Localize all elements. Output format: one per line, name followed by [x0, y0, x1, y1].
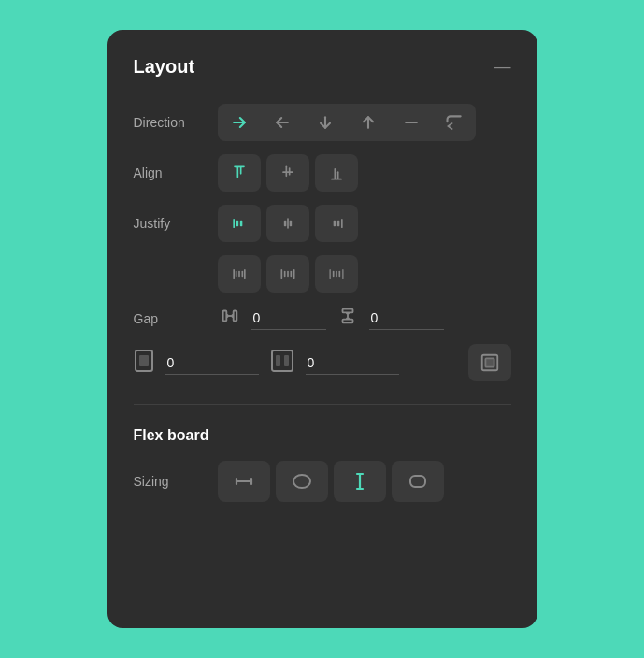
svg-rect-23	[233, 269, 235, 279]
svg-rect-27	[241, 271, 243, 278]
layout-panel: Layout — Direction	[107, 30, 537, 628]
gap-horizontal-input[interactable]	[251, 307, 326, 330]
svg-rect-11	[334, 168, 336, 179]
svg-rect-34	[342, 269, 343, 279]
svg-rect-25	[244, 269, 246, 279]
direction-left-btn[interactable]	[261, 104, 304, 141]
direction-button-group	[218, 104, 476, 141]
svg-rect-17	[287, 218, 289, 229]
horizontal-gap-icon	[220, 306, 240, 331]
sizing-fill-btn[interactable]	[334, 461, 386, 502]
align-top-btn[interactable]	[218, 154, 261, 192]
svg-rect-50	[272, 350, 293, 371]
vertical-gap-icon	[337, 306, 358, 331]
svg-rect-15	[236, 221, 238, 227]
justify-space-between-btn[interactable]	[218, 255, 261, 293]
svg-rect-49	[139, 355, 149, 366]
svg-rect-16	[239, 221, 242, 227]
justify-label: Justify	[134, 216, 208, 231]
svg-rect-62	[410, 476, 425, 487]
justify-button-group-1	[218, 205, 358, 242]
justify-end-btn[interactable]	[315, 205, 358, 242]
direction-label: Direction	[134, 115, 208, 130]
justify-space-around-btn[interactable]	[266, 255, 309, 293]
justify-start-btn[interactable]	[218, 205, 261, 242]
direction-row: Direction	[134, 104, 511, 141]
svg-rect-32	[290, 271, 292, 278]
svg-rect-38	[222, 311, 226, 322]
sizing-hug-btn[interactable]	[276, 461, 328, 502]
sizing-button-group	[218, 461, 444, 502]
align-row: Align	[134, 154, 511, 192]
svg-rect-12	[336, 171, 338, 179]
svg-rect-20	[341, 219, 343, 228]
panel-header: Layout —	[134, 56, 511, 78]
svg-rect-18	[283, 221, 286, 227]
padding-row	[134, 344, 511, 381]
svg-rect-29	[293, 269, 294, 279]
direction-right-btn[interactable]	[218, 104, 261, 141]
gap-vertical-input[interactable]	[369, 307, 444, 330]
sizing-row: Sizing	[134, 461, 511, 502]
minimize-icon[interactable]: —	[494, 57, 511, 77]
svg-rect-24	[238, 271, 240, 278]
svg-rect-14	[233, 219, 235, 228]
svg-rect-44	[342, 320, 352, 323]
svg-rect-37	[338, 271, 340, 278]
svg-rect-13	[331, 179, 342, 180]
svg-rect-22	[333, 221, 336, 227]
section-divider	[134, 404, 511, 405]
svg-point-58	[293, 475, 310, 488]
svg-rect-36	[336, 271, 337, 278]
align-center-btn[interactable]	[266, 154, 309, 192]
justify-center-btn[interactable]	[266, 205, 309, 242]
svg-rect-6	[239, 166, 241, 174]
gap-label: Gap	[134, 311, 208, 326]
svg-rect-7	[234, 166, 245, 168]
gap-row: Gap	[134, 306, 511, 331]
flex-board-title: Flex board	[134, 427, 511, 444]
svg-rect-43	[342, 309, 352, 313]
align-bottom-btn[interactable]	[315, 154, 358, 192]
direction-wrap-btn[interactable]	[433, 104, 476, 141]
svg-rect-33	[329, 269, 330, 279]
svg-rect-5	[236, 166, 238, 178]
justify-space-evenly-btn[interactable]	[315, 255, 358, 293]
svg-rect-31	[287, 271, 289, 278]
justify-row: Justify	[134, 205, 511, 242]
panel-title: Layout	[134, 56, 195, 78]
direction-none-btn[interactable]	[390, 104, 433, 141]
sizing-label: Sizing	[134, 474, 208, 489]
svg-rect-30	[283, 271, 285, 278]
svg-rect-51	[276, 355, 280, 366]
sizing-fixed-width-btn[interactable]	[218, 461, 270, 502]
sizing-auto-btn[interactable]	[392, 461, 444, 502]
svg-rect-35	[332, 271, 334, 278]
direction-up-btn[interactable]	[347, 104, 390, 141]
justify-row-2	[218, 255, 511, 293]
padding-icon-1	[134, 347, 154, 379]
padding-toggle-btn[interactable]	[468, 344, 511, 381]
align-label: Align	[134, 165, 208, 180]
svg-rect-10	[282, 171, 293, 173]
padding-input-2[interactable]	[306, 351, 399, 375]
svg-rect-19	[289, 221, 292, 227]
padding-icon-2	[270, 347, 294, 379]
svg-rect-54	[485, 358, 494, 366]
flex-board-section: Flex board Sizing	[134, 427, 511, 502]
align-button-group	[218, 154, 358, 192]
svg-rect-52	[284, 355, 289, 366]
svg-rect-26	[235, 271, 236, 278]
svg-rect-28	[280, 269, 282, 279]
padding-input-1[interactable]	[165, 351, 259, 375]
direction-down-btn[interactable]	[304, 104, 347, 141]
svg-rect-39	[233, 311, 236, 322]
svg-rect-21	[336, 221, 339, 227]
justify-button-group-2	[218, 255, 358, 293]
